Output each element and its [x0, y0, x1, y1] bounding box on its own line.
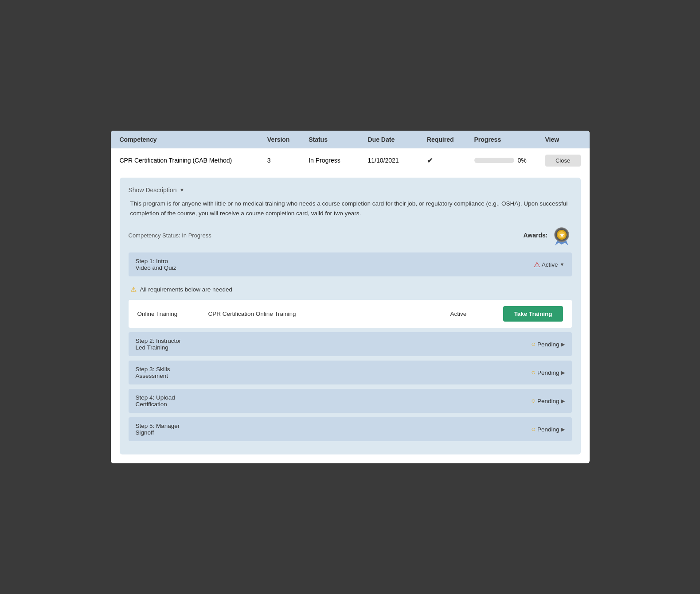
checkmark-icon: ✔	[427, 157, 433, 164]
chevron-down-icon: ▼	[179, 187, 184, 193]
progress-bar	[474, 158, 514, 163]
step-3-title: Step 3: SkillsAssessment	[136, 366, 170, 379]
warning-text: All requirements below are needed	[140, 286, 233, 293]
description-text: This program is for anyone with little o…	[129, 199, 572, 218]
step-3-status-label: Pending	[537, 369, 559, 376]
step-2-title: Step 2: InstructorLed Training	[136, 338, 181, 351]
table-header: Competency Version Status Due Date Requi…	[111, 131, 590, 148]
warning-triangle-icon: ⚠	[130, 285, 137, 294]
training-name: CPR Certification Online Training	[208, 311, 450, 317]
competency-status-value: In Progress	[182, 232, 211, 239]
step-4-block: Step 4: UploadCertification ○ Pending ▶	[129, 389, 572, 413]
col-competency: Competency	[120, 136, 267, 143]
pending-status-icon: ○	[531, 369, 536, 377]
step-1-block: Step 1: IntroVideo and Quiz ⚠ Active ▼	[129, 252, 572, 276]
step-4-status[interactable]: ○ Pending ▶	[531, 397, 564, 405]
row-status: In Progress	[309, 157, 368, 164]
step-1-title: Step 1: IntroVideo and Quiz	[136, 258, 176, 271]
active-status-icon: ⚠	[534, 260, 540, 269]
row-due-date: 11/10/2021	[368, 157, 427, 164]
chevron-right-icon: ▶	[561, 342, 565, 347]
training-status: Active	[450, 311, 503, 317]
main-card: Competency Version Status Due Date Requi…	[111, 131, 590, 463]
chevron-right-icon: ▶	[561, 427, 565, 432]
pending-status-icon: ○	[531, 340, 536, 348]
pending-status-icon: ○	[531, 397, 536, 405]
detail-panel: Show Description ▼ This program is for a…	[120, 178, 581, 454]
step-5-status-label: Pending	[537, 426, 559, 433]
training-type: Online Training	[137, 311, 208, 317]
row-required: ✔	[427, 156, 474, 165]
close-button[interactable]: Close	[545, 155, 581, 167]
step-1-status[interactable]: ⚠ Active ▼	[534, 260, 565, 269]
step-2-status-label: Pending	[537, 341, 559, 348]
progress-pct: 0%	[518, 157, 527, 164]
chevron-right-icon: ▶	[561, 398, 565, 404]
row-competency-name: CPR Certification Training (CAB Method)	[120, 157, 267, 164]
award-badge-icon: ★	[551, 225, 572, 245]
awards-section: Awards: ★	[524, 225, 572, 245]
col-required: Required	[427, 136, 474, 143]
chevron-down-icon: ▼	[560, 262, 565, 267]
step-5-title: Step 5: ManagerSignoff	[136, 423, 180, 436]
col-due-date: Due Date	[368, 136, 427, 143]
table-row: CPR Certification Training (CAB Method) …	[111, 148, 590, 173]
step-2-block: Step 2: InstructorLed Training ○ Pending…	[129, 332, 572, 356]
warning-row: ⚠ All requirements below are needed	[129, 281, 572, 298]
step-3-status[interactable]: ○ Pending ▶	[531, 369, 564, 377]
step-2-status[interactable]: ○ Pending ▶	[531, 340, 564, 348]
col-version: Version	[267, 136, 309, 143]
step-3-block: Step 3: SkillsAssessment ○ Pending ▶	[129, 361, 572, 384]
col-status: Status	[309, 136, 368, 143]
col-progress: Progress	[474, 136, 545, 143]
step-4-status-label: Pending	[537, 398, 559, 404]
step-4-title: Step 4: UploadCertification	[136, 394, 175, 408]
col-view: View	[545, 136, 581, 143]
training-requirement-row: Online Training CPR Certification Online…	[129, 300, 572, 328]
svg-text:★: ★	[559, 232, 564, 238]
pending-status-icon: ○	[531, 425, 536, 433]
take-training-button[interactable]: Take Training	[503, 306, 563, 322]
awards-label: Awards:	[524, 232, 548, 239]
chevron-right-icon: ▶	[561, 370, 565, 376]
competency-status: Competency Status: In Progress	[129, 232, 211, 239]
competency-status-row: Competency Status: In Progress Awards: ★	[129, 225, 572, 245]
step-5-block: Step 5: ManagerSignoff ○ Pending ▶	[129, 417, 572, 441]
row-version: 3	[267, 157, 309, 164]
show-description-label: Show Description	[129, 186, 177, 194]
progress-bar-container: 0%	[474, 157, 545, 164]
competency-status-label: Competency Status:	[129, 232, 180, 239]
step-5-status[interactable]: ○ Pending ▶	[531, 425, 564, 433]
show-description-toggle[interactable]: Show Description ▼	[129, 186, 572, 194]
step-1-status-label: Active	[542, 261, 558, 268]
